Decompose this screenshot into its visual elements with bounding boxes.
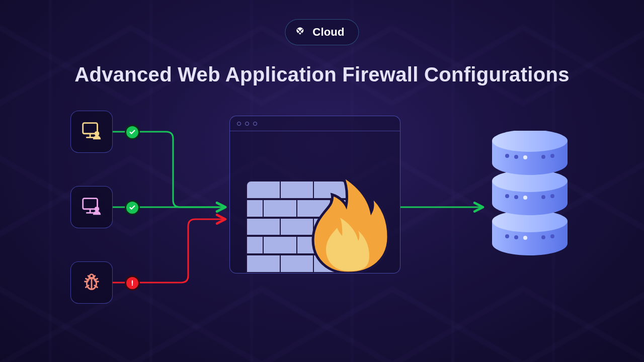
svg-point-9: [514, 235, 518, 239]
svg-point-17: [541, 195, 545, 199]
status-block-icon: [125, 276, 140, 291]
svg-point-18: [550, 194, 554, 198]
window-dot-icon: [237, 122, 241, 126]
database-icon: [487, 131, 573, 256]
wire-client-3: [113, 219, 224, 283]
window-dot-icon: [253, 122, 257, 126]
svg-point-11: [541, 235, 545, 239]
wire-client-1: [113, 132, 224, 207]
window-dot-icon: [245, 122, 249, 126]
status-allow-icon: [125, 200, 140, 215]
svg-point-23: [541, 155, 545, 159]
svg-point-19: [492, 131, 568, 152]
bug-icon: [80, 270, 103, 295]
flame-icon: [305, 158, 391, 274]
svg-point-14: [505, 194, 509, 198]
svg-point-15: [514, 195, 518, 199]
svg-point-16: [523, 196, 527, 200]
status-allow-icon: [125, 125, 140, 140]
page-title: Advanced Web Application Firewall Config…: [0, 63, 644, 86]
diagram: [0, 111, 644, 362]
svg-point-5: [90, 275, 94, 279]
brand-name: Cloud: [312, 26, 344, 39]
svg-point-21: [514, 155, 518, 159]
monitor-user-icon: [80, 195, 103, 220]
client-user-2: [70, 186, 113, 228]
monitor-user-icon: [80, 119, 103, 144]
svg-point-12: [550, 234, 554, 238]
brand-logo-icon: [292, 25, 307, 40]
brand-badge: Cloud: [285, 19, 359, 45]
svg-point-1: [95, 131, 100, 136]
svg-point-22: [523, 155, 527, 159]
svg-point-8: [505, 234, 509, 238]
svg-point-3: [95, 207, 100, 212]
window-titlebar: [230, 116, 400, 131]
svg-point-24: [550, 154, 554, 158]
client-threat: [70, 261, 113, 304]
client-user-1: [70, 111, 113, 153]
svg-point-20: [505, 154, 509, 158]
svg-point-10: [523, 236, 527, 240]
firewall-window: [229, 116, 400, 274]
svg-point-6: [132, 285, 133, 286]
